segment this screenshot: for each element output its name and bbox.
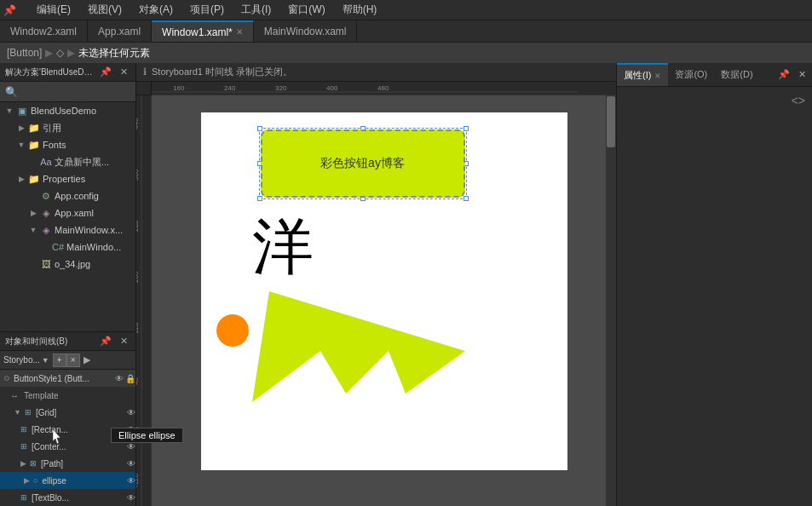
solution-pin-icon[interactable]: 📌 — [97, 66, 114, 78]
path-shape[interactable] — [218, 283, 474, 419]
scrollbar-thumb-v[interactable] — [607, 96, 615, 147]
eye-icon-ellipse[interactable]: 👁 — [127, 476, 135, 486]
svg-text:160: 160 — [173, 84, 185, 92]
eye-icon-grid[interactable]: 👁 — [127, 408, 135, 417]
eye-icon-conter[interactable]: 👁 — [127, 442, 135, 451]
solution-title: 解决方案'BlendUseDemo' — [5, 66, 97, 78]
tree-item-font-file[interactable]: Aa 文鼎新中黑... — [0, 153, 135, 170]
storyboard-add-btn[interactable]: + — [53, 354, 66, 367]
tab-close-window1[interactable]: ✕ — [236, 27, 243, 37]
tab-window2[interactable]: Window2.xaml — [0, 20, 88, 42]
textblock-icon: ⊞ — [20, 493, 27, 502]
tab-resources[interactable]: 资源(O) — [668, 63, 714, 86]
svg-text:-120: -120 — [136, 473, 140, 487]
tree-item-mainwindow-cs[interactable]: C# MainWindo... — [0, 239, 135, 256]
breadcrumb-button[interactable]: [Button] — [7, 47, 42, 59]
main-layout: 解决方案'BlendUseDemo' 📌 ✕ 🔍 ▼ ▣ BlendUseDem… — [0, 63, 812, 506]
buttonstyle-row[interactable]: ⊙ ButtonStyle1 (Butt... 👁 🔒 — [0, 370, 135, 387]
info-text: Storyboard1 时间线 录制已关闭。 — [152, 66, 292, 78]
storyboard-del-btn[interactable]: × — [66, 354, 80, 367]
ruler-corner — [136, 82, 152, 95]
buttonstyle-vis: 👁 🔒 — [115, 374, 135, 383]
tree-item-properties[interactable]: ▶ 📁 Properties — [0, 170, 135, 187]
tree-label-blenddemo: BlendUseDemo — [31, 106, 96, 116]
expand-arrow-fonts: ▼ — [15, 141, 27, 149]
timeline-header: 对象和时间线(B) 📌 ✕ — [0, 332, 135, 351]
xaml-icon-app: ◈ — [39, 206, 53, 220]
timeline-close-icon[interactable]: ✕ — [118, 335, 130, 348]
tree-item-image[interactable]: 🖼 o_34.jpg — [0, 256, 135, 273]
tab-properties-label: 属性(I) — [624, 69, 651, 82]
tab-properties[interactable]: 属性(I) ✕ — [617, 63, 668, 86]
tab-appxaml[interactable]: App.xaml — [88, 20, 152, 42]
storyboard-name: Storybo... — [3, 355, 40, 365]
grid-expand-arrow: ▼ — [14, 408, 21, 417]
menu-item-edit[interactable]: 编辑(E) — [33, 1, 74, 19]
breadcrumb-diamond[interactable]: ◇ — [56, 47, 64, 59]
ellipse-label: ellipse — [42, 476, 66, 486]
handle-topleft[interactable] — [257, 126, 262, 131]
canvas-bg: 彩色按钮ay博客 洋 — [152, 95, 616, 506]
storyboard-dropdown[interactable]: ▼ — [42, 356, 49, 365]
tree-label-fonts: Fonts — [43, 140, 66, 150]
layer-path[interactable]: ▶ ⊠ [Path] 👁 — [0, 455, 135, 472]
tab-window1[interactable]: Window1.xaml* ✕ — [152, 20, 254, 42]
tree-item-appxaml[interactable]: ▶ ◈ App.xaml — [0, 204, 135, 221]
right-panel-close[interactable]: ✕ — [796, 68, 809, 81]
tab-mainwindow[interactable]: MainWindow.xaml — [254, 20, 358, 42]
path-icon: ⊠ — [30, 459, 37, 468]
handle-botright[interactable] — [464, 196, 469, 201]
svg-text:240: 240 — [224, 84, 236, 92]
conter-label: [Conter... — [32, 442, 66, 451]
code-view-icon[interactable]: <> — [792, 94, 805, 107]
rectan-label: [Rectan... — [32, 425, 68, 434]
tab-data[interactable]: 数据(D) — [714, 63, 759, 86]
search-input[interactable] — [21, 87, 130, 97]
solution-close-icon[interactable]: ✕ — [118, 66, 130, 78]
tree-label-references: 引用 — [43, 122, 61, 135]
font-file-icon: Aa — [39, 155, 53, 169]
path-label: [Path] — [41, 459, 63, 469]
tree-item-references[interactable]: ▶ 📁 引用 — [0, 119, 135, 136]
expand-arrow-properties: ▶ — [15, 175, 27, 183]
layer-ellipse[interactable]: ▶ ○ ellipse 👁 — [0, 472, 135, 489]
eye-icon-path[interactable]: 👁 — [127, 459, 135, 469]
tree-item-blenddemo[interactable]: ▼ ▣ BlendUseDemo — [0, 102, 135, 119]
tree-item-mainwindow[interactable]: ▼ ◈ MainWindow.x... — [0, 221, 135, 239]
menu-item-window[interactable]: 窗口(W) — [285, 1, 328, 19]
eye-icon-buttonstyle[interactable]: 👁 — [115, 374, 124, 383]
config-icon: ⚙ — [39, 189, 53, 203]
folder-icon-references: 📁 — [27, 121, 41, 135]
tab-resources-label: 资源(O) — [675, 68, 707, 81]
menu-item-object[interactable]: 对象(A) — [135, 1, 176, 19]
menu-item-help[interactable]: 帮助(H) — [339, 1, 381, 19]
storyboard-play-icon[interactable]: ▶ — [84, 354, 90, 365]
timeline-title: 对象和时间线(B) — [5, 336, 67, 348]
tree-item-fonts[interactable]: ▼ 📁 Fonts — [0, 136, 135, 153]
right-panel-pin[interactable]: 📌 — [775, 68, 792, 81]
svg-text:400: 400 — [326, 84, 338, 92]
canvas-info-bar: ℹ Storyboard1 时间线 录制已关闭。 — [136, 63, 616, 82]
layer-textblock[interactable]: ⊞ [TextBlo... 👁 — [0, 489, 135, 506]
tab-properties-close[interactable]: ✕ — [654, 72, 661, 80]
design-canvas[interactable]: 彩色按钮ay博客 洋 — [201, 112, 567, 470]
handle-botleft[interactable] — [257, 196, 262, 201]
scrollbar-vertical[interactable] — [606, 95, 616, 506]
lock-icon-buttonstyle[interactable]: 🔒 — [125, 374, 135, 383]
eye-icon-textblock[interactable]: 👁 — [127, 493, 135, 503]
search-box: 🔍 — [0, 82, 135, 102]
left-panel: 解决方案'BlendUseDemo' 📌 ✕ 🔍 ▼ ▣ BlendUseDem… — [0, 63, 136, 506]
button-shape[interactable]: 彩色按钮ay博客 — [261, 129, 465, 198]
canvas-scroll[interactable]: 彩色按钮ay博客 洋 — [152, 95, 616, 506]
menu-item-tools[interactable]: 工具(I) — [238, 1, 274, 19]
handle-topright[interactable] — [464, 126, 469, 131]
ellipse-shape[interactable] — [216, 314, 249, 347]
tree-item-appconfig[interactable]: ⚙ App.config — [0, 187, 135, 204]
breadcrumb-arrow2: ▶ — [67, 47, 75, 59]
menu-item-project[interactable]: 项目(P) — [187, 1, 227, 19]
menu-pin[interactable]: 📌 — [3, 4, 16, 16]
menu-bar: 📌 编辑(E) 视图(V) 对象(A) 项目(P) 工具(I) 窗口(W) 帮助… — [0, 0, 812, 20]
layer-grid[interactable]: ▼ ⊞ [Grid] 👁 — [0, 404, 135, 421]
timeline-pin-icon[interactable]: 📌 — [97, 335, 114, 348]
menu-item-view[interactable]: 视图(V) — [84, 1, 125, 19]
